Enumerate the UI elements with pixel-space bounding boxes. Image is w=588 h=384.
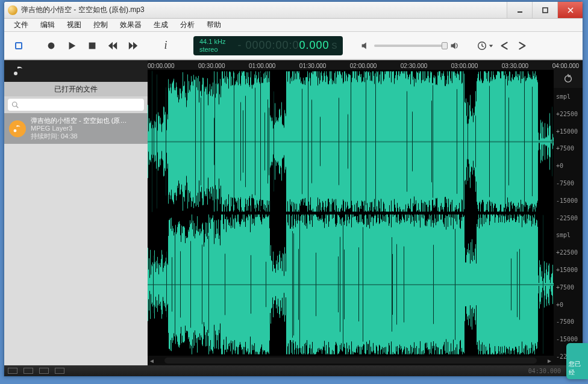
amp-label: +0 (554, 296, 583, 314)
sample-rate-display: 44.1 kHz stereo (193, 36, 231, 55)
svg-marker-8 (133, 42, 137, 49)
app-window: 弹吉他的小悟空 - 空空如也 (原创).mp3 文件 编辑 视图 控制 效果器 … (4, 1, 583, 377)
status-bar: 04:30.000 (4, 365, 583, 376)
ruler-tick: 03:30.000 (502, 63, 529, 69)
maximize-button[interactable] (532, 2, 557, 18)
svg-marker-9 (361, 42, 366, 49)
tracks: ◄ ► smpl+22500+15000+7500+0-7500-15000-2… (148, 70, 583, 365)
sidebar-tab[interactable] (4, 60, 148, 82)
ruler-tick: 00:30.000 (198, 63, 225, 69)
ruler-tick: 01:30.000 (299, 63, 327, 69)
ruler-tick: 04:00.000 (552, 63, 580, 69)
music-note-icon (13, 124, 22, 134)
amp-label: smpl (554, 227, 583, 244)
volume-thumb[interactable] (442, 42, 448, 49)
file-name: 弹吉他的小悟空 - 空空如也 (原创).... (31, 117, 127, 125)
svg-marker-7 (129, 42, 133, 49)
main-content: 已打开的文件 弹吉他的小悟空 - 空空如也 (原创).... MPEG Laye… (4, 60, 583, 365)
speaker-high-icon (450, 41, 460, 51)
menu-file[interactable]: 文件 (8, 19, 34, 31)
amp-label: +22500 (554, 105, 583, 123)
amp-label: -22500 (554, 209, 583, 227)
search-input[interactable] (21, 101, 140, 108)
menu-analyze[interactable]: 分析 (174, 19, 201, 31)
status-cell-1[interactable] (8, 368, 17, 374)
volume-slider[interactable] (374, 45, 446, 47)
menu-help[interactable]: 帮助 (201, 19, 227, 31)
file-meta: 弹吉他的小悟空 - 空空如也 (原创).... MPEG Layer3 持续时间… (31, 117, 127, 140)
status-cell-4[interactable] (55, 368, 64, 374)
time-unit: s (332, 39, 338, 52)
status-cell-3[interactable] (39, 368, 49, 374)
amp-label: +7500 (554, 279, 583, 296)
record-button[interactable] (43, 37, 60, 54)
svg-rect-0 (518, 11, 522, 13)
ruler-tick: 03:00.000 (451, 63, 478, 69)
right-tools (477, 40, 527, 51)
ruler-tick: 00:00.000 (148, 63, 175, 69)
window-controls (507, 2, 583, 18)
rewind-button[interactable] (104, 37, 121, 54)
file-duration: 持续时间: 04:38 (31, 132, 127, 140)
search-icon (11, 101, 19, 108)
app-icon (8, 5, 17, 15)
amp-label: +22500 (554, 244, 583, 261)
toolbar: i 44.1 kHz stereo - 0000:00:0 0.000 s (4, 32, 583, 60)
history-button[interactable] (477, 40, 493, 51)
play-button[interactable] (63, 37, 80, 54)
scroll-left-arrow[interactable]: ◄ (148, 358, 156, 364)
wave-column: ◄ ► (148, 70, 554, 365)
time-display: 44.1 kHz stereo - 0000:00:0 0.000 s (193, 36, 343, 55)
time-dim: - 0000:00:0 (237, 39, 299, 52)
watermark-badge[interactable]: 您已经 (566, 343, 588, 379)
tool-selector[interactable] (554, 70, 583, 88)
svg-marker-5 (108, 42, 113, 49)
amp-label: -7500 (554, 314, 583, 331)
amplitude-ruler: smpl+22500+15000+7500+0-7500-15000-22500… (554, 70, 583, 365)
svg-marker-6 (113, 42, 117, 49)
amp-label: +0 (554, 157, 583, 175)
music-note-icon (13, 65, 25, 77)
ruler-tick: 02:00.000 (350, 63, 377, 69)
svg-rect-1 (543, 8, 548, 13)
waveform-right-channel[interactable] (148, 213, 554, 356)
time-ruler[interactable]: 00:00.00000:30.00001:00.00001:30.00002:0… (148, 60, 583, 70)
position-display: - 0000:00:0 0.000 s (231, 36, 342, 55)
menu-control[interactable]: 控制 (87, 19, 114, 31)
sidebar-title: 已打开的文件 (4, 82, 148, 96)
titlebar[interactable]: 弹吉他的小悟空 - 空空如也 (原创).mp3 (4, 2, 583, 19)
channel-mode: stereo (199, 46, 225, 54)
menu-edit[interactable]: 编辑 (34, 19, 61, 31)
redo-button[interactable] (516, 40, 527, 51)
waveform-left-channel[interactable] (148, 70, 554, 213)
menu-effects[interactable]: 效果器 (114, 19, 148, 31)
target-icon (563, 73, 574, 84)
menu-view[interactable]: 视图 (61, 19, 87, 31)
info-button[interactable]: i (157, 37, 174, 54)
file-item[interactable]: 弹吉他的小悟空 - 空空如也 (原创).... MPEG Layer3 持续时间… (4, 113, 148, 144)
status-cell-2[interactable] (23, 368, 33, 374)
volume-control (361, 41, 460, 51)
amp-label: -15000 (554, 192, 583, 209)
svg-marker-12 (489, 45, 492, 47)
svg-rect-4 (89, 42, 96, 49)
file-list: 弹吉他的小悟空 - 空空如也 (原创).... MPEG Layer3 持续时间… (4, 113, 148, 365)
ruler-tick: 01:00.000 (249, 63, 276, 69)
svg-marker-10 (451, 42, 455, 49)
svg-point-2 (48, 42, 55, 49)
stop-button[interactable] (84, 37, 101, 54)
ruler-tick: 02:30.000 (401, 63, 428, 69)
minimize-button[interactable] (507, 2, 532, 18)
close-button[interactable] (557, 2, 583, 18)
scroll-right-arrow[interactable]: ► (545, 358, 554, 364)
watermark-text: 您已经 (569, 360, 586, 377)
loop-button[interactable] (10, 37, 27, 54)
forward-button[interactable] (125, 37, 142, 54)
window-title: 弹吉他的小悟空 - 空空如也 (原创).mp3 (21, 5, 507, 15)
undo-button[interactable] (499, 40, 510, 51)
horizontal-scrollbar[interactable]: ◄ ► (148, 356, 554, 365)
menu-generate[interactable]: 生成 (148, 19, 174, 31)
amp-label: +15000 (554, 123, 583, 140)
time-bright: 0.000 (299, 39, 330, 52)
scroll-track[interactable] (164, 358, 537, 364)
